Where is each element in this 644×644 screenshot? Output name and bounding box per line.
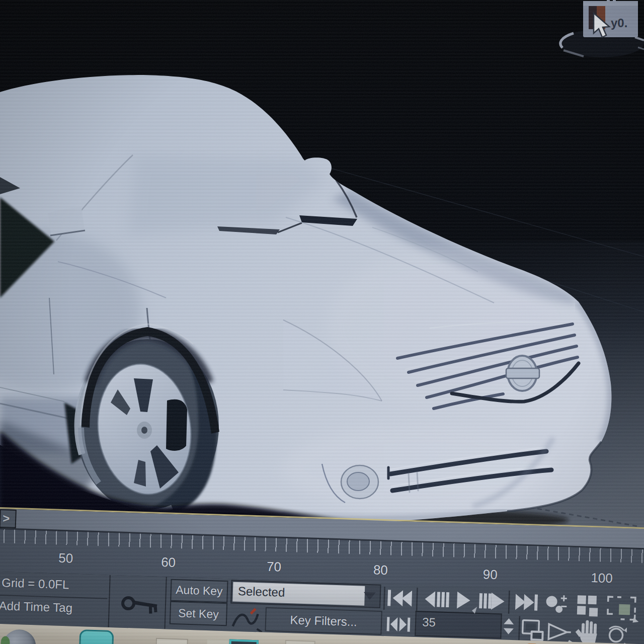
svg-text:y0.: y0. xyxy=(611,16,627,30)
